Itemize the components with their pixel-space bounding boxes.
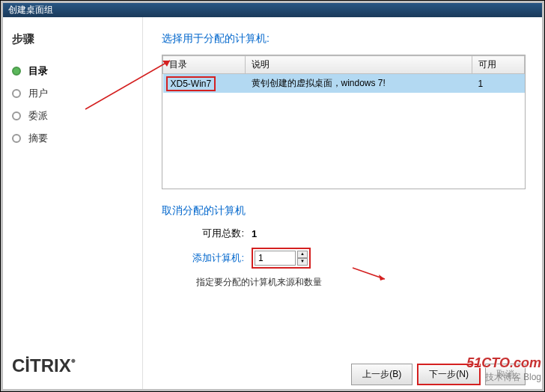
citrix-logo: CİTRIX• (12, 353, 76, 376)
steps-title: 步骤 (12, 32, 131, 46)
col-desc[interactable]: 说明 (246, 56, 472, 74)
step-catalog[interactable]: 目录 (12, 60, 131, 82)
watermark-site: 51CTO.com (466, 355, 541, 371)
bullet-icon (12, 67, 21, 76)
step-label: 用户 (28, 87, 48, 100)
bullet-icon (12, 89, 21, 98)
add-label: 添加计算机: (188, 251, 244, 265)
cell-catalog: XD5-Win7 (163, 74, 246, 94)
col-avail[interactable]: 可用 (472, 56, 525, 74)
sidebar: 步骤 目录 用户 委派 摘要 CİTRIX• (1, 17, 143, 391)
bullet-icon (12, 134, 21, 143)
col-catalog[interactable]: 目录 (163, 56, 246, 74)
content-pane: 选择用于分配的计算机: 目录 说明 可用 XD5-Win7 黄钊创建的虚拟桌面，… (143, 17, 544, 391)
spinner-up-icon[interactable]: ▲ (297, 251, 308, 258)
step-summary[interactable]: 摘要 (12, 127, 131, 150)
window-title: 创建桌面组 (8, 4, 53, 15)
watermark: 51CTO.com 技术博客 Blog (466, 355, 541, 384)
computers-table: 目录 说明 可用 XD5-Win7 黄钊创建的虚拟桌面，windows 7! 1 (162, 55, 526, 189)
highlight-box: XD5-Win7 (166, 76, 216, 91)
step-label: 委派 (28, 109, 48, 123)
step-label: 摘要 (28, 132, 48, 145)
watermark-tag: 技术博客 Blog (466, 371, 541, 384)
main: 步骤 目录 用户 委派 摘要 CİTRIX• 选择用于分配的计算机: (1, 17, 544, 391)
step-users[interactable]: 用户 (12, 82, 131, 105)
add-spinner-highlight: ▲ ▼ (252, 248, 311, 269)
step-delegate[interactable]: 委派 (12, 105, 131, 127)
total-value: 1 (252, 228, 257, 239)
cell-avail: 1 (472, 74, 525, 94)
select-computers-title: 选择用于分配的计算机: (162, 32, 526, 46)
total-label: 可用总数: (188, 227, 244, 240)
step-label: 目录 (28, 64, 48, 78)
titlebar: 创建桌面组 (1, 1, 544, 17)
back-button[interactable]: 上一步(B) (351, 364, 412, 385)
cancel-assign-title: 取消分配的计算机 (162, 204, 526, 218)
spinner-buttons: ▲ ▼ (297, 251, 308, 266)
add-computer-input[interactable] (255, 251, 296, 266)
table-row[interactable]: XD5-Win7 黄钊创建的虚拟桌面，windows 7! 1 (163, 74, 525, 94)
bullet-icon (12, 111, 21, 120)
hint-text: 指定要分配的计算机来源和数量 (196, 276, 526, 289)
step-list: 目录 用户 委派 摘要 (12, 60, 131, 150)
cell-desc: 黄钊创建的虚拟桌面，windows 7! (246, 74, 472, 94)
spinner-down-icon[interactable]: ▼ (297, 258, 308, 266)
